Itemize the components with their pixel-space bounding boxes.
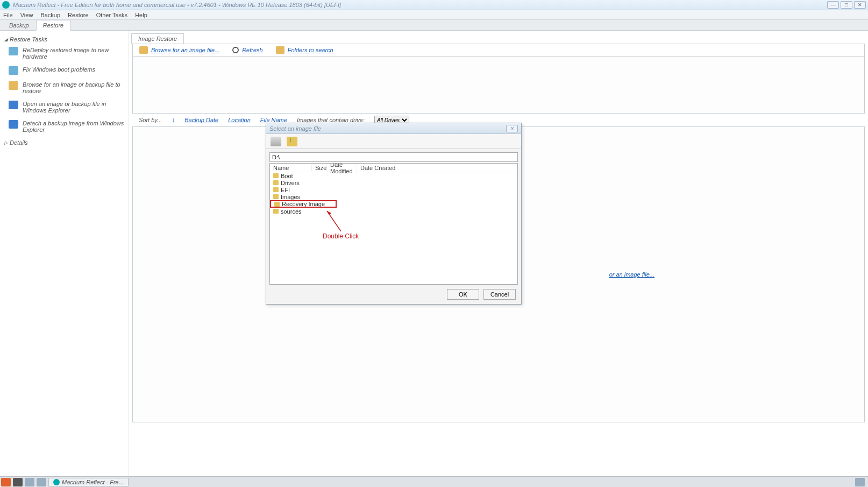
list-item[interactable]: Boot — [270, 172, 517, 179]
cancel-button[interactable]: Cancel — [483, 289, 516, 300]
fix-boot-icon — [9, 66, 18, 75]
redeploy-icon — [9, 47, 18, 55]
folder-icon — [273, 209, 279, 214]
col-size[interactable]: Size — [312, 165, 327, 171]
maximize-button[interactable]: □ — [841, 1, 852, 9]
sidebar: Restore Tasks ReDeploy restored image to… — [0, 31, 129, 476]
sidebar-item-label: Fix Windows boot problems — [23, 66, 95, 73]
svg-marker-1 — [327, 211, 331, 215]
col-date-created[interactable]: Date Created — [357, 165, 517, 171]
minimize-button[interactable]: — — [827, 1, 839, 9]
toolbar-refresh-label: Refresh — [242, 47, 263, 53]
sidebar-item-label: Browse for an image or backup file to re… — [23, 81, 124, 94]
select-image-dialog: Select an image file ✕ Name Size Date Mo… — [266, 123, 522, 305]
dialog-close-button[interactable]: ✕ — [506, 125, 518, 132]
taskbar: Macrium Reflect - Fre... — [0, 476, 868, 487]
menu-view[interactable]: View — [20, 12, 33, 18]
taskbar-task-label: Macrium Reflect - Fre... — [62, 479, 124, 485]
sidebar-item-detach[interactable]: Detach a backup image from Windows Explo… — [3, 118, 125, 137]
folder-search-icon — [139, 46, 148, 54]
sidebar-restore-tasks-label: Restore Tasks — [10, 36, 47, 43]
list-item[interactable]: Drivers — [270, 179, 517, 186]
annotation-text: Double Click — [323, 232, 359, 240]
sidebar-item-fix-boot[interactable]: Fix Windows boot problems — [3, 64, 125, 79]
toolbar-folders[interactable]: Folders to search — [276, 46, 333, 54]
toolbar-browse-label: Browse for an image file... — [151, 47, 219, 53]
sidebar-item-browse-image[interactable]: Browse for an image or backup file to re… — [3, 79, 125, 98]
toolbar-browse[interactable]: Browse for an image file... — [139, 46, 219, 54]
folder-up-icon[interactable] — [287, 137, 297, 146]
folder-icon — [273, 173, 279, 178]
sidebar-restore-tasks-header[interactable]: Restore Tasks — [3, 34, 125, 45]
menu-restore[interactable]: Restore — [68, 12, 89, 18]
sort-backup-date[interactable]: Backup Date — [184, 117, 218, 123]
taskbar-task-macrium[interactable]: Macrium Reflect - Fre... — [48, 478, 129, 486]
image-list-area — [132, 57, 865, 114]
list-item[interactable]: Images — [270, 193, 517, 200]
sidebar-item-redeploy[interactable]: ReDeploy restored image to new hardware — [3, 45, 125, 64]
sidebar-details-label: Details — [10, 139, 28, 146]
content-toolbar: Browse for an image file... Refresh Fold… — [132, 44, 865, 57]
list-item-recovery-image[interactable]: Recovery Image — [270, 200, 337, 208]
dialog-titlebar: Select an image file ✕ — [266, 123, 521, 134]
list-item-label: sources — [281, 208, 302, 215]
ok-button[interactable]: OK — [447, 289, 479, 300]
main-tabstrip: Backup Restore — [0, 20, 868, 31]
list-item-label: Images — [281, 194, 300, 200]
toolbar-refresh[interactable]: Refresh — [232, 47, 263, 53]
tray-icon[interactable] — [855, 478, 865, 486]
sort-label: Sort by... — [139, 117, 162, 123]
list-item[interactable]: EFI — [270, 186, 517, 193]
taskbar-terminal-icon[interactable] — [13, 478, 23, 486]
system-tray — [855, 478, 867, 486]
path-input[interactable] — [269, 152, 518, 162]
start-button[interactable] — [1, 478, 11, 486]
menu-other-tasks[interactable]: Other Tasks — [96, 12, 128, 18]
browse-icon — [9, 81, 18, 90]
list-item-label: Recovery Image — [282, 201, 325, 207]
app-icon — [2, 1, 10, 9]
sidebar-item-open-explorer[interactable]: Open an image or backup file in Windows … — [3, 98, 125, 118]
list-item[interactable]: sources — [270, 208, 517, 215]
col-date-modified[interactable]: Date Modified — [327, 163, 357, 174]
sidebar-details-header[interactable]: Details — [3, 137, 125, 148]
open-explorer-icon — [9, 101, 18, 109]
dialog-body: Name Size Date Modified Date Created Boo… — [266, 149, 521, 288]
taskbar-explorer-icon[interactable] — [25, 478, 34, 486]
sort-location[interactable]: Location — [228, 117, 251, 123]
menu-help[interactable]: Help — [135, 12, 147, 18]
folders-icon — [276, 46, 284, 54]
list-item-label: EFI — [281, 187, 290, 193]
folder-icon — [273, 187, 279, 192]
sidebar-item-label: Open an image or backup file in Windows … — [23, 101, 124, 114]
col-name[interactable]: Name — [270, 165, 312, 171]
toolbar-folders-label: Folders to search — [288, 47, 333, 53]
tab-backup[interactable]: Backup — [2, 20, 36, 30]
dialog-title: Select an image file — [269, 125, 321, 132]
menu-backup[interactable]: Backup — [40, 12, 60, 18]
sidebar-item-label: ReDeploy restored image to new hardware — [23, 47, 124, 60]
close-button[interactable]: ✕ — [854, 1, 866, 9]
hint-link[interactable]: or an image file... — [609, 271, 654, 278]
list-item-label: Drivers — [281, 180, 300, 186]
drive-icon[interactable] — [271, 137, 281, 146]
list-header: Name Size Date Modified Date Created — [270, 164, 517, 172]
sidebar-item-label: Detach a backup image from Windows Explo… — [23, 120, 124, 133]
detach-icon — [9, 120, 18, 129]
annotation-arrow — [325, 208, 344, 231]
refresh-icon — [232, 47, 239, 53]
dialog-toolbar — [266, 134, 521, 149]
folder-icon — [274, 202, 280, 207]
taskbar-app-icon[interactable] — [37, 478, 46, 486]
list-item-label: Boot — [281, 173, 293, 179]
tab-image-restore[interactable]: Image Restore — [131, 33, 184, 44]
file-list: Name Size Date Modified Date Created Boo… — [269, 163, 518, 285]
menu-file[interactable]: File — [3, 12, 13, 18]
sort-arrow-icon[interactable]: ↓ — [172, 116, 175, 124]
task-app-icon — [53, 479, 60, 485]
dialog-buttons: OK Cancel — [447, 289, 516, 300]
window-title: Macrium Reflect - Free Edition for both … — [13, 2, 827, 8]
content-tabstrip: Image Restore — [129, 33, 868, 44]
folder-icon — [273, 194, 279, 199]
tab-restore[interactable]: Restore — [36, 20, 71, 31]
